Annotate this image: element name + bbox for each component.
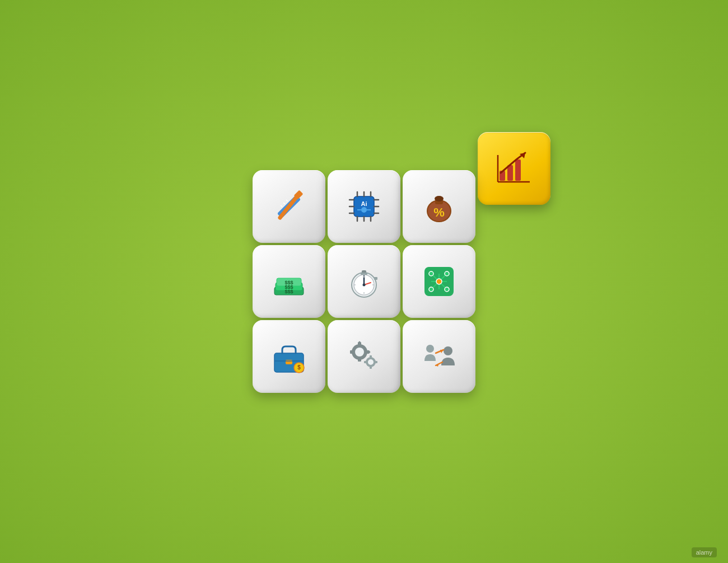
cube-tools xyxy=(253,170,325,243)
briefcase-dollar-icon: $ xyxy=(270,337,308,376)
cube-grid: Ai % xyxy=(253,170,475,393)
svg-point-87 xyxy=(426,345,434,353)
svg-line-9 xyxy=(281,205,282,207)
cube-stopwatch xyxy=(328,245,400,318)
svg-rect-83 xyxy=(370,355,372,358)
cube-briefcase: $ xyxy=(253,320,325,393)
svg-point-26 xyxy=(361,207,367,213)
svg-point-50 xyxy=(363,284,366,287)
svg-rect-84 xyxy=(370,367,372,369)
svg-point-88 xyxy=(444,346,452,355)
growth-chart-icon xyxy=(495,149,533,187)
money-bag-percent-icon: % xyxy=(420,187,458,226)
svg-rect-46 xyxy=(361,273,367,275)
svg-text:Ai: Ai xyxy=(361,200,367,207)
svg-point-63 xyxy=(445,271,449,276)
svg-text:$: $ xyxy=(297,364,301,370)
svg-rect-76 xyxy=(358,358,361,362)
svg-rect-85 xyxy=(364,361,366,363)
cube-workflow xyxy=(403,320,475,393)
svg-rect-69 xyxy=(286,360,292,364)
svg-rect-77 xyxy=(350,350,353,354)
cube-money-bag: % xyxy=(403,170,475,243)
alamy-badge: alamy xyxy=(692,547,717,557)
cube-money-stack: $$$ $$$ $$$ xyxy=(253,245,325,318)
yellow-growth-cube xyxy=(478,132,550,205)
svg-point-74 xyxy=(355,348,364,356)
svg-rect-2 xyxy=(515,159,521,181)
svg-line-7 xyxy=(280,195,298,218)
ai-chip-icon: Ai xyxy=(345,187,383,226)
svg-point-64 xyxy=(436,279,442,284)
svg-line-10 xyxy=(283,203,285,204)
tools-ruler-icon xyxy=(270,187,308,226)
cube-circuit xyxy=(403,245,475,318)
svg-point-62 xyxy=(429,271,433,276)
circuit-icon xyxy=(420,262,458,301)
svg-point-32 xyxy=(435,196,444,201)
cube-arrangement: Ai % xyxy=(253,170,475,393)
cube-ai: Ai xyxy=(328,170,400,243)
svg-point-82 xyxy=(368,359,374,365)
gears-icon xyxy=(345,337,383,376)
svg-rect-86 xyxy=(375,361,377,363)
svg-text:$$$: $$$ xyxy=(284,289,293,294)
svg-point-66 xyxy=(445,287,449,292)
cube-gears xyxy=(328,320,400,393)
svg-text:%: % xyxy=(433,205,445,219)
svg-line-11 xyxy=(286,200,288,201)
money-stack-icon: $$$ $$$ $$$ xyxy=(270,262,308,301)
svg-point-65 xyxy=(429,287,433,292)
svg-rect-47 xyxy=(374,277,377,280)
workflow-icon xyxy=(420,337,458,376)
stopwatch-icon xyxy=(345,262,383,301)
